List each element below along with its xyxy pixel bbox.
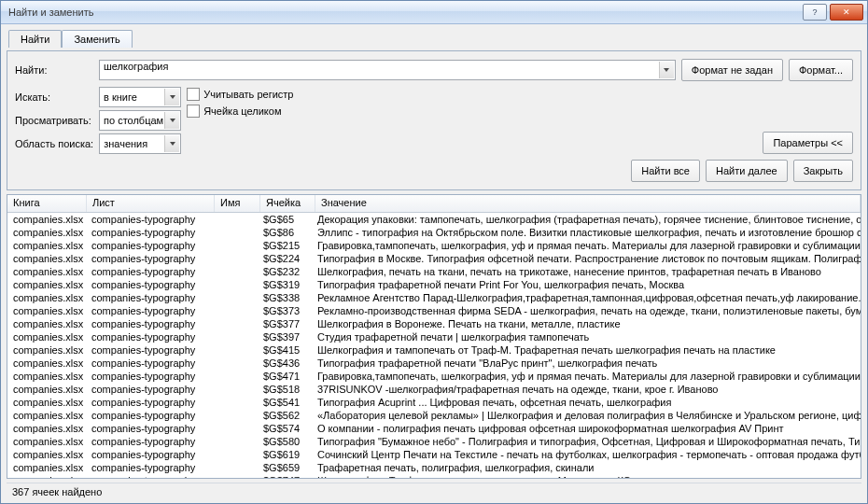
- result-row[interactable]: companies.xlsxcompanies-typography$G$541…: [7, 396, 861, 409]
- result-row[interactable]: companies.xlsxcompanies-typography$G$580…: [7, 435, 861, 448]
- result-row[interactable]: companies.xlsxcompanies-typography$G$436…: [7, 357, 861, 370]
- result-row[interactable]: companies.xlsxcompanies-typography$G$415…: [7, 343, 861, 357]
- cell-name: [213, 317, 258, 330]
- title-bar: Найти и заменить ? ✕: [1, 1, 867, 24]
- result-row[interactable]: companies.xlsxcompanies-typography$G$747…: [7, 474, 861, 478]
- cell-name: [213, 304, 258, 317]
- search-in-select[interactable]: в книге: [99, 87, 181, 107]
- area-select[interactable]: значения: [99, 133, 181, 154]
- cell-cell: $G$215: [258, 239, 312, 252]
- cell-name: [213, 370, 258, 383]
- cell-value: Декорация упаковки: тампопечать, шелкогр…: [312, 213, 861, 226]
- col-sheet[interactable]: Лист: [87, 195, 215, 212]
- cell-sheet: companies-typography: [86, 291, 213, 304]
- find-all-button[interactable]: Найти все: [631, 160, 700, 182]
- cell-name: [213, 448, 258, 461]
- result-row[interactable]: companies.xlsxcompanies-typography$G$319…: [7, 278, 861, 291]
- cell-sheet: companies-typography: [86, 448, 213, 461]
- col-book[interactable]: Книга: [7, 195, 87, 212]
- find-history-dropdown[interactable]: [659, 62, 674, 78]
- result-row[interactable]: companies.xlsxcompanies-typography$G$574…: [7, 422, 861, 435]
- cell-book: companies.xlsx: [7, 304, 86, 317]
- results-header: Книга Лист Имя Ячейка Значение: [7, 195, 861, 213]
- cell-value: Сочинский Центр Печати на Текстиле - печ…: [312, 448, 861, 461]
- find-input-value: шелкография: [104, 61, 168, 72]
- match-case-checkbox[interactable]: Учитывать регистр: [187, 88, 293, 101]
- tab-find[interactable]: Найти: [8, 30, 62, 48]
- cell-value: Трафаретная печать, полиграфия, шелкогра…: [312, 461, 861, 474]
- cell-cell: $G$541: [258, 396, 312, 409]
- result-row[interactable]: companies.xlsxcompanies-typography$G$518…: [7, 383, 861, 396]
- result-row[interactable]: companies.xlsxcompanies-typography$G$232…: [7, 265, 861, 278]
- cell-book: companies.xlsx: [7, 239, 86, 252]
- close-window-button[interactable]: ✕: [830, 4, 863, 21]
- format-button[interactable]: Формат...: [789, 59, 853, 81]
- cell-name: [213, 330, 258, 343]
- cell-cell: $G$436: [258, 357, 312, 370]
- whole-cell-checkbox[interactable]: Ячейка целиком: [187, 105, 293, 118]
- cell-cell: $G$373: [258, 304, 312, 317]
- col-cell[interactable]: Ячейка: [260, 195, 315, 212]
- cell-value: О компании - полиграфия печать цифровая …: [312, 422, 861, 435]
- cell-name: [213, 435, 258, 448]
- tab-replace[interactable]: Заменить: [62, 30, 132, 48]
- cell-name: [213, 278, 258, 291]
- cell-cell: $G$580: [258, 435, 312, 448]
- cell-name: [213, 239, 258, 252]
- parameters-button[interactable]: Параметры <<: [763, 132, 853, 154]
- close-button[interactable]: Закрыть: [793, 160, 853, 182]
- cell-cell: $G$562: [258, 409, 312, 422]
- cell-name: [213, 474, 258, 478]
- cell-sheet: companies-typography: [86, 252, 213, 265]
- cell-sheet: companies-typography: [86, 383, 213, 396]
- result-row[interactable]: companies.xlsxcompanies-typography$G$86Э…: [7, 226, 861, 239]
- result-row[interactable]: companies.xlsxcompanies-typography$G$377…: [7, 317, 861, 330]
- result-row[interactable]: companies.xlsxcompanies-typography$G$65Д…: [7, 213, 861, 226]
- result-row[interactable]: companies.xlsxcompanies-typography$G$619…: [7, 448, 861, 461]
- chevron-down-icon: [170, 119, 175, 122]
- cell-book: companies.xlsx: [7, 265, 86, 278]
- cell-sheet: companies-typography: [86, 370, 213, 383]
- cell-cell: $G$397: [258, 330, 312, 343]
- result-row[interactable]: companies.xlsxcompanies-typography$G$397…: [7, 330, 861, 343]
- result-row[interactable]: companies.xlsxcompanies-typography$G$224…: [7, 252, 861, 265]
- cell-sheet: companies-typography: [86, 422, 213, 435]
- cell-book: companies.xlsx: [7, 213, 86, 226]
- col-value[interactable]: Значение: [315, 195, 861, 212]
- result-row[interactable]: companies.xlsxcompanies-typography$G$659…: [7, 461, 861, 474]
- cell-book: companies.xlsx: [7, 291, 86, 304]
- format-notset-button[interactable]: Формат не задан: [681, 59, 783, 81]
- cell-value: Рекламно-производственная фирма SEDA - ш…: [312, 304, 861, 317]
- cell-cell: $G$224: [258, 252, 312, 265]
- find-input[interactable]: шелкография: [99, 60, 676, 80]
- find-next-button[interactable]: Найти далее: [706, 160, 788, 182]
- cell-cell: $G$518: [258, 383, 312, 396]
- cell-value: Гравировка,тампопечать, шелкография, уф …: [312, 370, 861, 383]
- cell-book: companies.xlsx: [7, 435, 86, 448]
- cell-sheet: companies-typography: [86, 304, 213, 317]
- help-button[interactable]: ?: [803, 4, 827, 21]
- results-body[interactable]: companies.xlsxcompanies-typography$G$65Д…: [7, 213, 861, 478]
- cell-cell: $G$65: [258, 213, 312, 226]
- col-name[interactable]: Имя: [215, 195, 260, 212]
- cell-sheet: companies-typography: [86, 213, 213, 226]
- tab-find-label: Найти: [21, 34, 49, 45]
- cell-cell: $G$471: [258, 370, 312, 383]
- cell-name: [213, 252, 258, 265]
- result-row[interactable]: companies.xlsxcompanies-typography$G$471…: [7, 370, 861, 383]
- cell-book: companies.xlsx: [7, 383, 86, 396]
- cell-cell: $G$377: [258, 317, 312, 330]
- tab-replace-label: Заменить: [74, 34, 119, 45]
- cell-name: [213, 265, 258, 278]
- results-grid: Книга Лист Имя Ячейка Значение companies…: [7, 194, 861, 479]
- area-label: Область поиска:: [15, 138, 93, 149]
- look-select[interactable]: по столбцам: [99, 110, 181, 131]
- result-row[interactable]: companies.xlsxcompanies-typography$G$215…: [7, 239, 861, 252]
- result-row[interactable]: companies.xlsxcompanies-typography$G$373…: [7, 304, 861, 317]
- cell-book: companies.xlsx: [7, 278, 86, 291]
- cell-name: [213, 396, 258, 409]
- result-row[interactable]: companies.xlsxcompanies-typography$G$338…: [7, 291, 861, 304]
- cell-value: «Лаборатория целевой рекламы» | Шелкогра…: [312, 409, 861, 422]
- cell-value: Шелкография в Воронеже. Печать на ткани,…: [312, 317, 861, 330]
- result-row[interactable]: companies.xlsxcompanies-typography$G$562…: [7, 409, 861, 422]
